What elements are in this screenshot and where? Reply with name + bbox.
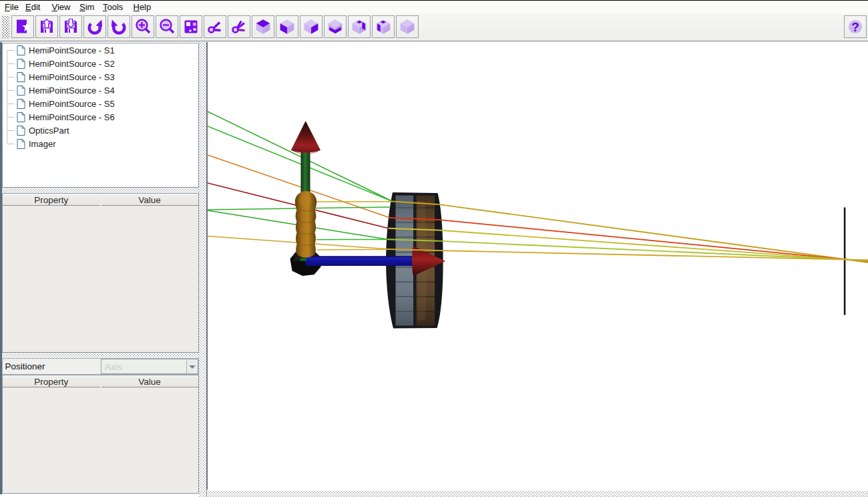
svg-text:?: ? bbox=[851, 20, 859, 34]
